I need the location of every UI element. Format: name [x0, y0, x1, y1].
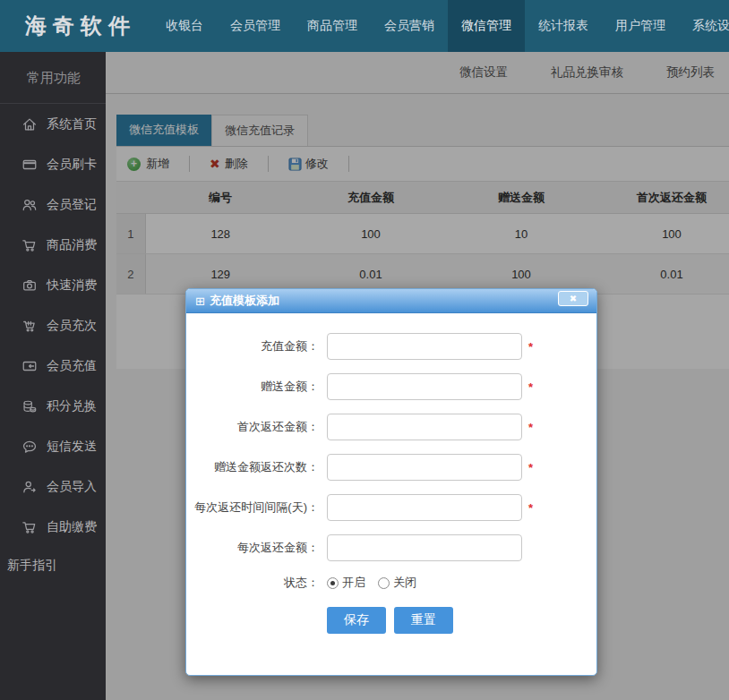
each-return-amount-input[interactable]: [327, 534, 522, 561]
field-label: 首次返还金额：: [186, 419, 319, 435]
main-menu: 收银台 会员管理 商品管理 会员营销 微信管理 统计报表 用户管理 系统设置 线…: [152, 0, 729, 52]
field-return-interval-days: 每次返还时间间隔(天)： *: [186, 494, 596, 521]
gift-return-times-input[interactable]: [327, 454, 522, 481]
status-option-enabled[interactable]: 开启: [327, 575, 365, 591]
coins-icon: [21, 398, 38, 414]
home-icon: [21, 116, 38, 132]
nav-item-product-management[interactable]: 商品管理: [294, 0, 371, 52]
field-label: 每次返还时间间隔(天)：: [186, 499, 319, 516]
status-option-disabled[interactable]: 关闭: [378, 575, 416, 591]
camera-icon: [21, 277, 38, 294]
sidebar-item-quick-consume[interactable]: 快速消费: [0, 265, 106, 305]
card-arrow-icon: [21, 358, 38, 374]
dialog-title-icon: ⊞: [195, 295, 205, 307]
field-label: 每次返还金额：: [186, 540, 319, 556]
nav-item-system-settings[interactable]: 系统设置: [679, 0, 729, 52]
dialog-title: 充值模板添加: [210, 293, 279, 309]
sidebar-item-label: 积分兑换: [47, 398, 97, 414]
recharge-amount-input[interactable]: [327, 333, 522, 360]
field-each-return-amount: 每次返还金额：: [186, 534, 596, 561]
app-logo: 海奇软件: [0, 0, 136, 52]
sidebar-item-label: 会员刷卡: [47, 157, 97, 173]
return-interval-days-input[interactable]: [327, 494, 522, 521]
nav-item-user-management[interactable]: 用户管理: [602, 0, 679, 52]
sidebar-item-member-recharge[interactable]: 会员充值: [0, 346, 106, 386]
sidebar-item-product-consume[interactable]: 商品消费: [0, 225, 106, 265]
nav-item-member-management[interactable]: 会员管理: [217, 0, 294, 52]
sidebar-item-label: 自助缴费: [47, 519, 97, 535]
sidebar-item-label: 系统首页: [47, 116, 97, 132]
nav-item-statistics-reports[interactable]: 统计报表: [525, 0, 602, 52]
user-import-icon: [21, 479, 38, 495]
radio-label: 开启: [342, 575, 365, 591]
sidebar: 常用功能 系统首页 会员刷卡 会员登记 商品消费 快速消费 会员充次 会员充值 …: [0, 52, 106, 700]
dialog-header[interactable]: ⊞ 充值模板添加 ✖: [186, 289, 596, 313]
sidebar-item-label: 快速消费: [47, 277, 97, 294]
cart-icon: [21, 237, 38, 253]
chat-icon: [21, 439, 38, 455]
field-status: 状态： 开启 关闭: [186, 575, 596, 591]
sidebar-item-label: 会员导入: [47, 479, 97, 495]
sidebar-item-label: 会员登记: [47, 197, 97, 213]
radio-checked-icon[interactable]: [327, 577, 339, 589]
field-label: 充值金额：: [186, 338, 319, 354]
recharge-template-add-dialog: ⊞ 充值模板添加 ✖ 充值金额： * 赠送金额： * 首次返还金额： * 赠送金…: [185, 288, 597, 676]
sidebar-item-member-import[interactable]: 会员导入: [0, 466, 106, 507]
status-radio-group: 开启 关闭: [327, 575, 429, 591]
radio-unchecked-icon[interactable]: [378, 577, 390, 589]
field-recharge-amount: 充值金额： *: [186, 333, 596, 360]
sidebar-item-label: 会员充值: [47, 358, 97, 374]
close-icon[interactable]: ✖: [558, 291, 588, 306]
first-return-amount-input[interactable]: [327, 414, 522, 440]
nav-item-wechat-management[interactable]: 微信管理: [448, 0, 525, 52]
sidebar-item-label: 短信发送: [47, 439, 97, 455]
dialog-body: 充值金额： * 赠送金额： * 首次返还金额： * 赠送金额返还次数： * 每次…: [186, 313, 596, 634]
gift-amount-input[interactable]: [327, 373, 522, 400]
sidebar-item-beginner-guide[interactable]: 新手指引: [0, 547, 106, 585]
required-mark: *: [528, 421, 533, 434]
required-mark: *: [528, 340, 533, 354]
top-navbar: 海奇软件 收银台 会员管理 商品管理 会员营销 微信管理 统计报表 用户管理 系…: [0, 0, 729, 52]
field-gift-amount: 赠送金额： *: [186, 373, 596, 400]
sidebar-item-member-register[interactable]: 会员登记: [0, 184, 106, 225]
field-first-return-amount: 首次返还金额： *: [186, 414, 596, 440]
nav-item-cashier[interactable]: 收银台: [152, 0, 217, 52]
cart2-icon: [21, 519, 38, 535]
sidebar-item-sms-send[interactable]: 短信发送: [0, 426, 106, 466]
required-mark: *: [528, 461, 533, 474]
radio-label: 关闭: [393, 575, 416, 591]
cart-check-icon: [21, 318, 38, 334]
required-mark: *: [528, 501, 533, 515]
dialog-buttons: 保存 重置: [327, 607, 596, 634]
sidebar-item-label: 商品消费: [47, 237, 97, 253]
field-label: 赠送金额返还次数：: [186, 459, 319, 475]
sidebar-item-member-swipe-card[interactable]: 会员刷卡: [0, 144, 106, 184]
card-icon: [21, 157, 38, 173]
status-label: 状态：: [186, 575, 319, 591]
field-label: 赠送金额：: [186, 379, 319, 395]
sidebar-item-points-exchange[interactable]: 积分兑换: [0, 386, 106, 426]
users-icon: [21, 197, 38, 213]
sidebar-item-system-home[interactable]: 系统首页: [0, 104, 106, 144]
sidebar-item-member-recharge-times[interactable]: 会员充次: [0, 305, 106, 346]
reset-button[interactable]: 重置: [394, 607, 453, 634]
sidebar-item-label: 会员充次: [47, 318, 97, 334]
field-gift-return-times: 赠送金额返还次数： *: [186, 454, 596, 481]
required-mark: *: [528, 380, 533, 394]
sidebar-header: 常用功能: [0, 52, 106, 104]
sidebar-item-self-service-payment[interactable]: 自助缴费: [0, 507, 106, 547]
save-button[interactable]: 保存: [327, 607, 386, 634]
nav-item-member-marketing[interactable]: 会员营销: [371, 0, 448, 52]
